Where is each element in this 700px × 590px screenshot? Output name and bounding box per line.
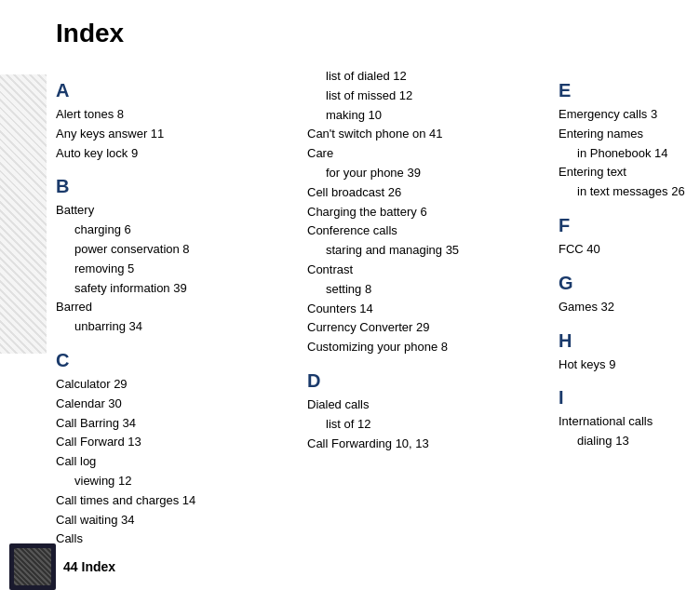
index-entry: staring and managing 35 <box>307 241 549 261</box>
entry-text: Auto key lock 9 <box>56 144 298 164</box>
index-entry: Call log <box>56 452 298 472</box>
entry-text: International calls <box>559 412 700 432</box>
entry-text: Emergency calls 3 <box>559 105 700 125</box>
section-letter-H: H <box>559 330 700 352</box>
index-entry: Counters 14 <box>307 300 549 319</box>
index-entry: Auto key lock 9 <box>56 144 298 164</box>
index-entry: Call Forward 13 <box>56 433 298 452</box>
index-entry: list of 12 <box>307 415 549 435</box>
index-entry: in text messages 26 <box>559 182 700 202</box>
index-entry: Dialed calls <box>307 396 549 415</box>
footer-bar: 44 Index <box>0 543 700 590</box>
index-entry: Calendar 30 <box>56 395 298 414</box>
section-letter-G: G <box>559 273 700 294</box>
section-letter-D: D <box>307 370 549 392</box>
section-letter-A: A <box>56 80 298 101</box>
index-entry: setting 8 <box>307 280 549 300</box>
entry-text: Entering text <box>559 163 700 182</box>
index-entry: list of dialed 12 <box>307 67 549 87</box>
entry-text: Battery <box>56 201 298 221</box>
index-grid: AAlert tones 8Any keys answer 11Auto key… <box>56 67 663 590</box>
index-entry: Call Barring 34 <box>56 414 298 434</box>
index-entry: FCC 40 <box>559 240 700 260</box>
index-entry: Calculator 29 <box>56 375 298 395</box>
entry-text: Call Barring 34 <box>56 414 298 434</box>
entry-text: Charging the battery 6 <box>307 203 549 222</box>
entry-text: Any keys answer 11 <box>56 125 298 144</box>
index-entry: Emergency calls 3 <box>559 105 700 125</box>
column-2: list of dialed 12list of missed 12making… <box>307 67 549 590</box>
index-entry: Care <box>307 144 549 164</box>
section-letter-B: B <box>56 176 298 197</box>
index-entry: viewing 12 <box>56 472 298 491</box>
entry-text: Conference calls <box>307 221 549 241</box>
index-entry: Hot keys 9 <box>559 355 700 375</box>
entry-text: Call Forward 13 <box>56 433 298 452</box>
index-entry: Contrast <box>307 261 549 280</box>
entry-text: Call times and charges 14 <box>56 491 298 511</box>
entry-text: unbarring 34 <box>56 317 298 337</box>
entry-text: Hot keys 9 <box>559 355 700 375</box>
column-3: EEmergency calls 3Entering namesin Phone… <box>559 67 700 590</box>
entry-text: Calendar 30 <box>56 395 298 414</box>
entry-text: Can't switch phone on 41 <box>307 125 549 144</box>
entry-text: Call log <box>56 452 298 472</box>
entry-text: list of missed 12 <box>307 87 549 106</box>
entry-text: for your phone 39 <box>307 164 549 183</box>
entry-text: power conservation 8 <box>56 240 298 260</box>
index-entry: removing 5 <box>56 260 298 279</box>
entry-text: in Phonebook 14 <box>559 144 700 164</box>
index-entry: Call times and charges 14 <box>56 491 298 511</box>
section-letter-E: E <box>559 80 700 101</box>
entry-text: Cell broadcast 26 <box>307 183 549 203</box>
entry-text: Contrast <box>307 261 549 280</box>
entry-text: Alert tones 8 <box>56 105 298 125</box>
section-letter-I: I <box>559 387 700 409</box>
entry-text: making 10 <box>307 106 549 126</box>
entry-text: Currency Converter 29 <box>307 318 549 338</box>
index-entry: Any keys answer 11 <box>56 125 298 144</box>
index-entry: Battery <box>56 201 298 221</box>
entry-text: charging 6 <box>56 221 298 240</box>
entry-text: safety information 39 <box>56 279 298 299</box>
entry-text: Customizing your phone 8 <box>307 338 549 357</box>
index-entry: Cell broadcast 26 <box>307 183 549 203</box>
section-letter-C: C <box>56 350 298 371</box>
footer-icon-inner <box>14 548 51 585</box>
entry-text: Dialed calls <box>307 396 549 415</box>
entry-text: Care <box>307 144 549 164</box>
index-entry: Entering names <box>559 125 700 144</box>
index-entry: making 10 <box>307 106 549 126</box>
entry-text: Games 32 <box>559 298 700 317</box>
index-entry: Alert tones 8 <box>56 105 298 125</box>
index-entry: Currency Converter 29 <box>307 318 549 338</box>
entry-text: FCC 40 <box>559 240 700 260</box>
footer-icon <box>9 543 56 590</box>
entry-text: list of dialed 12 <box>307 67 549 87</box>
index-entry: Charging the battery 6 <box>307 203 549 222</box>
index-entry: safety information 39 <box>56 279 298 299</box>
index-entry: dialing 13 <box>559 432 700 451</box>
entry-text: Barred <box>56 298 298 317</box>
index-entry: Games 32 <box>559 298 700 317</box>
column-1: AAlert tones 8Any keys answer 11Auto key… <box>56 67 298 590</box>
entry-text: Call Forwarding 10, 13 <box>307 435 549 454</box>
footer-page-num: 44 <box>63 559 78 574</box>
entry-text: Call waiting 34 <box>56 511 298 530</box>
side-decoration <box>0 74 47 354</box>
section-letter-F: F <box>559 215 700 236</box>
index-entry: Conference calls <box>307 221 549 241</box>
index-entry: Entering text <box>559 163 700 182</box>
index-entry: Call waiting 34 <box>56 511 298 530</box>
index-entry: Can't switch phone on 41 <box>307 125 549 144</box>
entry-text: in text messages 26 <box>559 182 700 202</box>
index-entry: International calls <box>559 412 700 432</box>
entry-text: Calculator 29 <box>56 375 298 395</box>
entry-text: viewing 12 <box>56 472 298 491</box>
entry-text: list of 12 <box>307 415 549 435</box>
index-entry: unbarring 34 <box>56 317 298 337</box>
entry-text: Counters 14 <box>307 300 549 319</box>
index-entry: for your phone 39 <box>307 164 549 183</box>
index-entry: list of missed 12 <box>307 87 549 106</box>
entry-text: Entering names <box>559 125 700 144</box>
